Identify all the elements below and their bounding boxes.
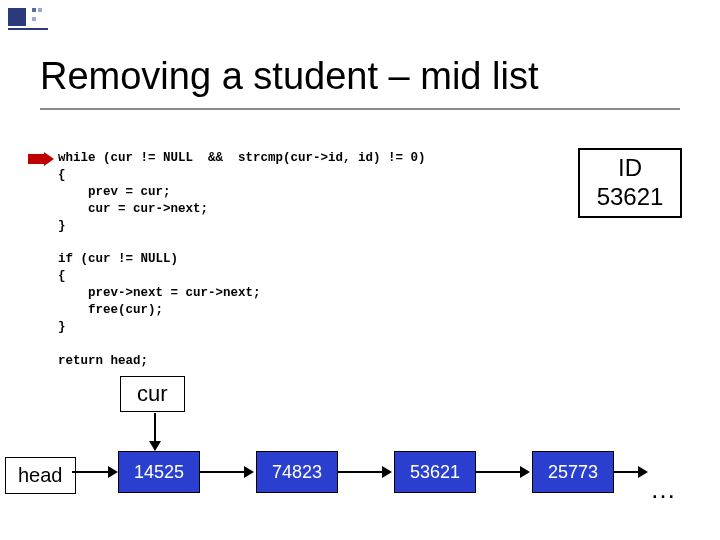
id-label: ID bbox=[580, 154, 680, 183]
corner-dots-icon bbox=[32, 8, 44, 24]
slide-corner-decoration bbox=[8, 8, 44, 26]
corner-square-icon bbox=[8, 8, 26, 26]
cur-label: cur bbox=[137, 381, 168, 406]
svg-marker-0 bbox=[28, 152, 54, 166]
title-underline bbox=[40, 108, 680, 110]
id-box: ID 53621 bbox=[578, 148, 682, 218]
svg-marker-2 bbox=[149, 441, 161, 451]
code-line: prev->next = cur->next; bbox=[58, 286, 261, 300]
code-line: } bbox=[58, 219, 66, 233]
svg-marker-10 bbox=[520, 466, 530, 478]
svg-marker-6 bbox=[244, 466, 254, 478]
node-value: 14525 bbox=[134, 462, 184, 483]
link-arrow-icon bbox=[476, 466, 530, 478]
cur-arrow-icon bbox=[148, 413, 162, 451]
cur-pointer-box: cur bbox=[120, 376, 185, 412]
code-line: { bbox=[58, 269, 66, 283]
code-line: while (cur != NULL && strcmp(cur->id, id… bbox=[58, 151, 426, 165]
code-line: return head; bbox=[58, 354, 148, 368]
node-value: 74823 bbox=[272, 462, 322, 483]
code-line: if (cur != NULL) bbox=[58, 252, 178, 266]
svg-marker-12 bbox=[638, 466, 648, 478]
svg-marker-8 bbox=[382, 466, 392, 478]
list-node: 74823 bbox=[256, 451, 338, 493]
link-arrow-icon bbox=[200, 466, 254, 478]
link-arrow-icon bbox=[338, 466, 392, 478]
list-node: 14525 bbox=[118, 451, 200, 493]
node-value: 25773 bbox=[548, 462, 598, 483]
id-value: 53621 bbox=[580, 183, 680, 212]
list-node: 53621 bbox=[394, 451, 476, 493]
svg-marker-4 bbox=[108, 466, 118, 478]
ellipsis: … bbox=[650, 474, 676, 505]
list-node: 25773 bbox=[532, 451, 614, 493]
corner-line-icon bbox=[8, 28, 48, 30]
node-value: 53621 bbox=[410, 462, 460, 483]
code-line: { bbox=[58, 168, 66, 182]
code-block: while (cur != NULL && strcmp(cur->id, id… bbox=[58, 150, 426, 369]
head-arrow-icon bbox=[72, 466, 118, 478]
link-arrow-icon bbox=[614, 466, 648, 478]
slide-title: Removing a student – mid list bbox=[40, 55, 538, 98]
code-pointer-icon bbox=[28, 152, 54, 166]
head-label: head bbox=[18, 464, 63, 486]
head-pointer-box: head bbox=[5, 457, 76, 494]
code-line: } bbox=[58, 320, 66, 334]
code-line: prev = cur; bbox=[58, 185, 171, 199]
code-line: cur = cur->next; bbox=[58, 202, 208, 216]
code-line: free(cur); bbox=[58, 303, 163, 317]
